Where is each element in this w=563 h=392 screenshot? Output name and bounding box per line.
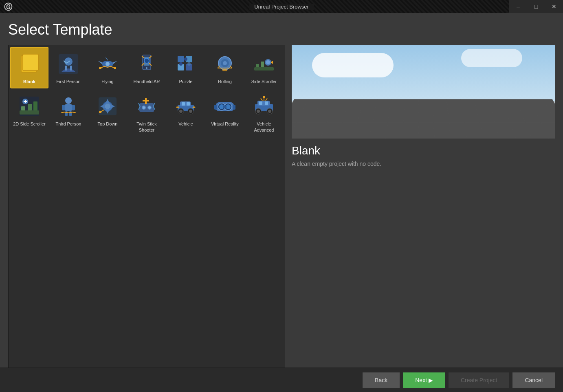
svg-point-23	[223, 61, 227, 65]
template-item-blank[interactable]: Blank	[10, 47, 48, 88]
svg-rect-39	[72, 105, 75, 110]
create-project-button: Create Project	[449, 372, 509, 388]
svg-point-18	[184, 57, 187, 61]
svg-rect-32	[21, 106, 25, 110]
template-item-handheld-ar[interactable]: Handheld AR	[128, 47, 166, 88]
svg-point-36	[65, 97, 72, 104]
template-label-side-scroller: Side Scroller	[251, 79, 277, 84]
template-item-top-down[interactable]: Top Down	[88, 89, 127, 137]
template-item-vehicle-advanced[interactable]: Vehicle Advanced	[245, 89, 283, 137]
template-grid: Blank First Person	[9, 45, 285, 139]
template-label-vehicle-advanced: Vehicle Advanced	[247, 121, 281, 133]
svg-rect-72	[214, 105, 217, 110]
svg-point-79	[257, 110, 260, 113]
twin-stick-shooter-icon	[134, 93, 160, 119]
svg-rect-34	[33, 101, 37, 110]
template-item-flying[interactable]: Flying	[88, 47, 127, 88]
template-label-flying: Flying	[101, 79, 113, 84]
close-button[interactable]: ✕	[545, 0, 563, 13]
vehicle-icon	[173, 93, 199, 119]
svg-point-7	[106, 62, 110, 66]
svg-point-82	[263, 96, 265, 98]
svg-point-9	[114, 67, 116, 69]
svg-rect-33	[28, 104, 32, 110]
cancel-button[interactable]: Cancel	[512, 372, 555, 388]
main-content: Select Template Blank	[0, 13, 563, 392]
template-label-2d-side-scroller: 2D Side Scroller	[13, 121, 45, 127]
rolling-icon	[212, 51, 238, 77]
virtual-reality-icon	[212, 93, 238, 119]
template-label-top-down: Top Down	[98, 121, 118, 127]
page-title: Select Template	[8, 21, 555, 38]
top-down-icon	[95, 93, 121, 119]
svg-rect-4	[65, 66, 67, 70]
preview-grid	[292, 99, 555, 139]
svg-point-81	[268, 110, 271, 113]
template-label-third-person: Third Person	[56, 121, 81, 127]
template-label-blank: Blank	[23, 79, 35, 84]
preview-cloud-1	[312, 53, 394, 77]
template-label-rolling: Rolling	[218, 79, 232, 84]
svg-rect-37	[65, 104, 72, 111]
window-controls: – □ ✕	[509, 0, 563, 13]
template-item-virtual-reality[interactable]: Virtual Reality	[206, 89, 244, 137]
minimize-button[interactable]: –	[509, 0, 527, 13]
template-item-puzzle[interactable]: Puzzle	[167, 47, 205, 88]
svg-rect-27	[261, 62, 264, 67]
template-label-first-person: First Person	[56, 79, 80, 84]
2d-side-scroller-icon	[16, 93, 42, 119]
template-item-rolling[interactable]: Rolling	[206, 47, 244, 88]
blank-icon	[16, 51, 42, 77]
svg-rect-71	[223, 106, 227, 108]
svg-rect-76	[259, 101, 262, 105]
third-person-icon	[55, 93, 81, 119]
template-item-vehicle[interactable]: Vehicle	[167, 89, 205, 137]
svg-rect-59	[182, 102, 185, 106]
preview-template-description: A clean empty project with no code.	[292, 161, 555, 167]
puzzle-icon	[173, 51, 199, 77]
svg-rect-26	[256, 64, 259, 67]
template-item-side-scroller[interactable]: Side Scroller	[245, 47, 283, 88]
back-button[interactable]: Back	[363, 372, 400, 388]
title-bar: Ⓖ Unreal Project Browser – □ ✕	[0, 0, 563, 13]
svg-point-8	[99, 67, 101, 69]
flying-icon	[95, 51, 121, 77]
template-label-handheld-ar: Handheld AR	[134, 79, 160, 84]
preview-template-name: Blank	[292, 144, 555, 157]
svg-rect-14	[178, 56, 184, 62]
next-button[interactable]: Next ▶	[403, 372, 445, 388]
svg-rect-56	[143, 100, 149, 101]
template-preview-image	[292, 45, 555, 139]
template-item-2d-side-scroller[interactable]: 2D Side Scroller	[10, 89, 48, 137]
template-label-twin-stick-shooter: Twin Stick Shooter	[130, 121, 163, 133]
svg-point-13	[144, 58, 149, 63]
svg-point-12	[146, 67, 147, 69]
handheld-ar-icon	[134, 51, 160, 77]
svg-rect-24	[222, 69, 227, 71]
template-item-third-person[interactable]: Third Person	[49, 89, 88, 137]
bottom-bar: Back Next ▶ Create Project Cancel	[0, 368, 563, 392]
side-scroller-icon	[251, 51, 277, 77]
preview-panel: Blank A clean empty project with no code…	[292, 45, 555, 392]
vehicle-advanced-icon	[251, 93, 277, 119]
svg-rect-77	[265, 101, 268, 105]
ue-logo-icon: Ⓖ	[4, 2, 14, 11]
svg-point-19	[179, 62, 183, 66]
template-panel: Blank First Person	[8, 45, 285, 392]
template-item-twin-stick-shooter[interactable]: Twin Stick Shooter	[128, 89, 166, 137]
svg-point-44	[105, 104, 110, 109]
svg-rect-5	[70, 66, 72, 70]
content-area: Blank First Person	[8, 45, 555, 392]
maximize-button[interactable]: □	[527, 0, 545, 13]
template-item-first-person[interactable]: First Person	[49, 47, 88, 88]
svg-rect-50	[139, 103, 154, 112]
svg-rect-1	[23, 54, 38, 70]
svg-rect-38	[62, 105, 65, 110]
svg-rect-31	[20, 110, 39, 115]
svg-point-54	[148, 106, 151, 109]
svg-rect-60	[187, 102, 190, 106]
svg-rect-25	[254, 67, 274, 70]
svg-point-29	[266, 60, 270, 64]
template-label-vehicle: Vehicle	[178, 121, 193, 127]
window-title: Unreal Project Browser	[249, 4, 314, 10]
